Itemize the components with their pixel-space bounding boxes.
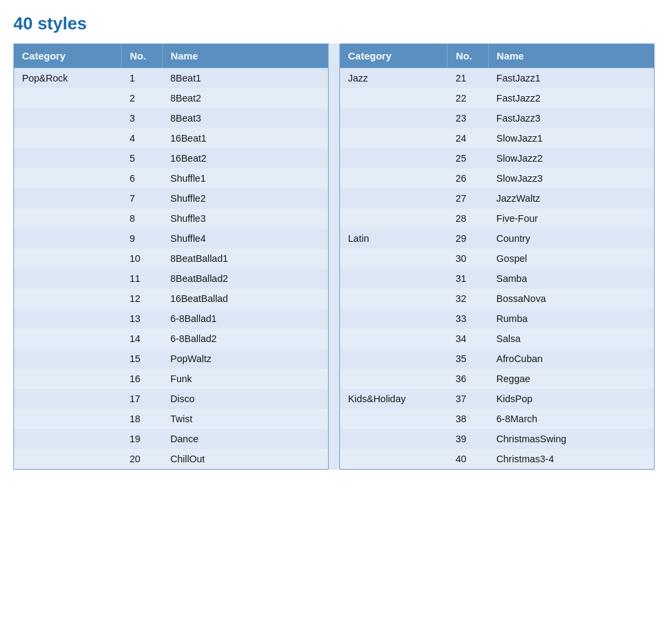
left-no-cell: 13 xyxy=(122,309,162,329)
right-name-cell: BossaNova xyxy=(488,289,654,309)
right-table-row: 35AfroCuban xyxy=(340,349,655,369)
right-name-cell: SlowJazz3 xyxy=(488,168,654,188)
right-header-category: Category xyxy=(340,44,448,68)
left-table-row: 118BeatBallad2 xyxy=(14,269,329,289)
left-no-cell: 15 xyxy=(122,349,162,369)
right-category-cell xyxy=(340,108,448,128)
right-table-row: 24SlowJazz1 xyxy=(340,128,655,148)
right-no-cell: 27 xyxy=(448,188,488,208)
right-name-cell: KidsPop xyxy=(488,389,654,409)
left-table-row: 17Disco xyxy=(14,389,329,409)
left-no-cell: 8 xyxy=(122,208,162,228)
right-no-cell: 31 xyxy=(448,269,488,289)
right-category-cell xyxy=(340,148,448,168)
left-table-row: 19Dance xyxy=(14,429,329,449)
right-category-cell: Latin xyxy=(340,228,448,249)
left-table-row: 416Beat1 xyxy=(14,128,329,148)
left-category-cell: Pop&Rock xyxy=(14,68,122,89)
right-name-cell: ChristmasSwing xyxy=(488,429,654,449)
left-name-cell: 6-8Ballad2 xyxy=(162,329,328,349)
right-no-cell: 37 xyxy=(448,389,488,409)
right-category-cell xyxy=(340,329,448,349)
right-no-cell: 34 xyxy=(448,329,488,349)
right-no-cell: 32 xyxy=(448,289,488,309)
right-name-cell: Samba xyxy=(488,269,654,289)
right-category-cell xyxy=(340,208,448,228)
right-no-cell: 29 xyxy=(448,228,488,249)
left-name-cell: 6-8Ballad1 xyxy=(162,309,328,329)
left-table: Category No. Name Pop&Rock18Beat128Beat2… xyxy=(13,43,329,470)
left-no-cell: 14 xyxy=(122,329,162,349)
right-category-cell xyxy=(340,168,448,188)
right-category-cell xyxy=(340,249,448,269)
right-category-cell xyxy=(340,409,448,429)
right-no-cell: 23 xyxy=(448,108,488,128)
left-table-row: 28Beat2 xyxy=(14,88,329,108)
right-name-cell: SlowJazz1 xyxy=(488,128,654,148)
right-table-row: 31Samba xyxy=(340,269,655,289)
left-no-cell: 10 xyxy=(122,249,162,269)
left-table-row: 9Shuffle4 xyxy=(14,228,329,249)
right-table-row: 34Salsa xyxy=(340,329,655,349)
right-no-cell: 33 xyxy=(448,309,488,329)
right-no-cell: 28 xyxy=(448,208,488,228)
left-table-row: Pop&Rock18Beat1 xyxy=(14,68,329,89)
left-table-row: 15PopWaltz xyxy=(14,349,329,369)
left-no-cell: 4 xyxy=(122,128,162,148)
right-name-cell: Reggae xyxy=(488,369,654,389)
right-header-no: No. xyxy=(448,44,488,68)
left-no-cell: 3 xyxy=(122,108,162,128)
right-table-row: 36Reggae xyxy=(340,369,655,389)
right-no-cell: 38 xyxy=(448,409,488,429)
left-table-row: 1216BeatBallad xyxy=(14,289,329,309)
left-table-row: 38Beat3 xyxy=(14,108,329,128)
left-name-cell: 8Beat3 xyxy=(162,108,328,128)
right-name-cell: Salsa xyxy=(488,329,654,349)
left-name-cell: 8Beat2 xyxy=(162,88,328,108)
page-title: 40 styles xyxy=(13,13,655,34)
left-category-cell xyxy=(14,309,122,329)
right-name-cell: FastJazz2 xyxy=(488,88,654,108)
right-category-cell xyxy=(340,449,448,470)
right-table-row: 27JazzWaltz xyxy=(340,188,655,208)
main-layout-table: Category No. Name Pop&Rock18Beat128Beat2… xyxy=(13,43,655,470)
left-name-cell: Funk xyxy=(162,369,328,389)
left-name-cell: 8Beat1 xyxy=(162,68,328,89)
right-name-cell: JazzWaltz xyxy=(488,188,654,208)
left-name-cell: Dance xyxy=(162,429,328,449)
left-category-cell xyxy=(14,108,122,128)
left-name-cell: 16Beat1 xyxy=(162,128,328,148)
left-no-cell: 12 xyxy=(122,289,162,309)
right-table-row: 39ChristmasSwing xyxy=(340,429,655,449)
left-table-row: 108BeatBallad1 xyxy=(14,249,329,269)
left-no-cell: 5 xyxy=(122,148,162,168)
left-category-cell xyxy=(14,269,122,289)
right-name-cell: FastJazz1 xyxy=(488,68,654,89)
left-no-cell: 11 xyxy=(122,269,162,289)
right-category-cell xyxy=(340,349,448,369)
right-no-cell: 40 xyxy=(448,449,488,470)
left-category-cell xyxy=(14,168,122,188)
left-category-cell xyxy=(14,329,122,349)
left-no-cell: 17 xyxy=(122,389,162,409)
left-name-cell: Shuffle1 xyxy=(162,168,328,188)
right-category-cell xyxy=(340,269,448,289)
right-no-cell: 25 xyxy=(448,148,488,168)
right-name-cell: SlowJazz2 xyxy=(488,148,654,168)
right-name-cell: Five-Four xyxy=(488,208,654,228)
left-category-cell xyxy=(14,349,122,369)
right-table-row: 22FastJazz2 xyxy=(340,88,655,108)
left-name-cell: Shuffle2 xyxy=(162,188,328,208)
left-category-cell xyxy=(14,249,122,269)
right-name-cell: Gospel xyxy=(488,249,654,269)
right-category-cell xyxy=(340,289,448,309)
left-name-cell: Twist xyxy=(162,409,328,429)
right-table-row: Kids&Holiday37KidsPop xyxy=(340,389,655,409)
right-no-cell: 24 xyxy=(448,128,488,148)
left-no-cell: 9 xyxy=(122,228,162,249)
left-category-cell xyxy=(14,128,122,148)
left-category-cell xyxy=(14,208,122,228)
right-no-cell: 36 xyxy=(448,369,488,389)
right-table-row: 30Gospel xyxy=(340,249,655,269)
left-category-cell xyxy=(14,369,122,389)
